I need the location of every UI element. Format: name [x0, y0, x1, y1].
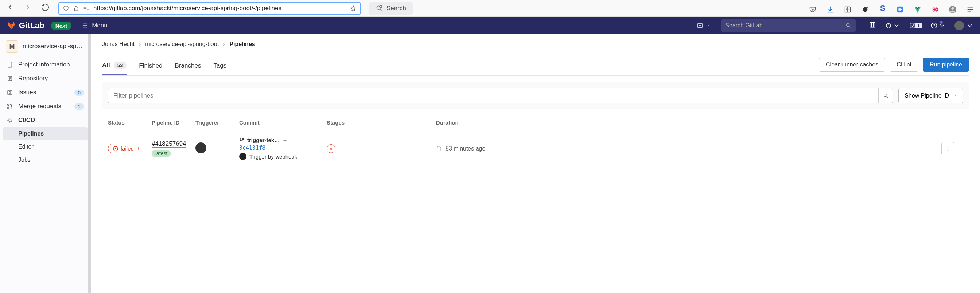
sidebar-sub-jobs[interactable]: Jobs	[3, 154, 88, 167]
filter-pipelines-input[interactable]	[108, 88, 878, 103]
sidebar: M microservice-api-spri… Project informa…	[0, 34, 91, 293]
svg-point-27	[8, 107, 9, 109]
breadcrumb-owner[interactable]: Jonas Hecht	[102, 41, 135, 48]
tab-branches[interactable]: Branches	[175, 58, 201, 75]
forward-icon[interactable]	[23, 3, 32, 14]
search-icon	[845, 22, 851, 29]
x-circle-icon	[113, 146, 118, 152]
chevron-right-icon: ›	[223, 41, 225, 48]
tab-all[interactable]: All 53	[102, 58, 127, 75]
issues-nav-icon[interactable]	[869, 21, 876, 30]
hamburger-icon[interactable]	[966, 5, 974, 13]
pocket-icon[interactable]	[809, 5, 817, 13]
th-commit: Commit	[239, 120, 327, 126]
pipeline-id-link[interactable]: #418257694	[152, 140, 186, 147]
project-name: microservice-api-spri…	[22, 43, 84, 50]
show-pipeline-id-dropdown[interactable]: Show Pipeline ID	[898, 88, 963, 103]
profile-avatar-icon[interactable]	[949, 5, 957, 13]
triggerer-avatar[interactable]	[196, 142, 206, 154]
menu-label: Menu	[92, 22, 108, 29]
reload-icon[interactable]	[41, 3, 49, 14]
tab-finished[interactable]: Finished	[139, 58, 162, 75]
new-dropdown[interactable]	[697, 22, 710, 29]
ci-lint-button[interactable]: CI lint	[889, 58, 918, 72]
ext-zoom-icon[interactable]	[896, 5, 904, 13]
commit-branch-name[interactable]: trigger-tek…	[247, 137, 280, 143]
ext-vue-icon[interactable]	[914, 5, 922, 13]
run-pipeline-button[interactable]: Run pipeline	[923, 58, 969, 72]
sidebar-item-repository[interactable]: Repository	[3, 72, 88, 85]
main-content: Jonas Hecht › microservice-api-spring-bo…	[91, 34, 980, 293]
th-status: Status	[108, 120, 152, 126]
svg-point-39	[948, 150, 948, 151]
todos-count: 1	[915, 22, 922, 29]
clear-caches-button[interactable]: Clear runner caches	[819, 58, 885, 72]
project-header[interactable]: M microservice-api-spri…	[3, 38, 88, 58]
chevron-down-icon	[953, 93, 957, 98]
status-failed-pill[interactable]: failed	[108, 144, 138, 154]
user-menu[interactable]	[955, 21, 974, 30]
sidebar-item-merge-requests[interactable]: Merge requests 1	[3, 99, 88, 113]
gitlab-logo[interactable]: GitLab	[6, 21, 45, 30]
sidebar-item-project-information[interactable]: Project information	[3, 58, 88, 72]
todos-nav-icon[interactable]: 1	[909, 22, 922, 29]
table-header: Status Pipeline ID Triggerer Commit Stag…	[102, 115, 969, 130]
sidebar-sub-editor[interactable]: Editor	[3, 140, 88, 154]
url-text[interactable]: https://gitlab.com/jonashackt/microservi…	[93, 5, 346, 12]
svg-point-18	[886, 27, 888, 28]
browser-search-label: Search	[387, 5, 406, 12]
stage-failed-icon[interactable]	[327, 144, 336, 153]
next-badge[interactable]: Next	[51, 22, 72, 30]
svg-point-38	[948, 148, 948, 149]
breadcrumbs: Jonas Hecht › microservice-api-spring-bo…	[102, 41, 969, 48]
help-nav-icon[interactable]	[931, 22, 946, 29]
sidebar-sub-pipelines[interactable]: Pipelines	[3, 127, 88, 140]
status-text: failed	[121, 146, 134, 152]
svg-point-37	[948, 146, 948, 147]
ext-dot-icon[interactable]	[861, 5, 869, 13]
kebab-icon	[945, 146, 951, 152]
ext-redux-icon[interactable]	[931, 5, 939, 13]
svg-point-33	[240, 141, 241, 142]
svg-point-17	[886, 23, 888, 24]
svg-rect-20	[910, 23, 915, 28]
breadcrumb-repo[interactable]: microservice-api-spring-boot	[145, 41, 219, 48]
merge-requests-nav-icon[interactable]	[885, 22, 900, 29]
mr-count-badge: 1	[75, 103, 84, 110]
url-bar[interactable]: https://gitlab.com/jonashackt/microservi…	[58, 2, 361, 15]
svg-point-28	[11, 107, 13, 109]
search-icon	[883, 93, 889, 99]
svg-point-32	[240, 138, 241, 139]
th-triggerer: Triggerer	[196, 120, 239, 126]
commit-message: Trigger by webhook	[250, 154, 297, 160]
commit-link-icon	[283, 138, 288, 143]
tab-tags[interactable]: Tags	[213, 58, 226, 75]
lock-icon	[73, 3, 80, 14]
sidebar-item-label: Merge requests	[18, 102, 69, 110]
browser-search[interactable]: Search	[369, 2, 413, 15]
commit-sha-link[interactable]: 3c4131f8	[239, 145, 266, 151]
user-avatar-icon	[955, 21, 964, 30]
row-actions-button[interactable]	[941, 142, 955, 155]
breadcrumb-current: Pipelines	[229, 41, 255, 48]
svg-point-29	[9, 119, 11, 121]
sidebar-item-cicd[interactable]: CI/CD	[3, 113, 88, 127]
ext-s-icon[interactable]: S	[879, 5, 887, 13]
svg-rect-36	[437, 147, 441, 151]
svg-point-13	[951, 7, 954, 10]
back-icon[interactable]	[6, 3, 14, 14]
bookmark-icon[interactable]	[350, 3, 356, 14]
filter-search-button[interactable]	[878, 88, 893, 103]
search-engine-icon	[375, 5, 383, 12]
svg-rect-1	[84, 7, 86, 9]
calendar-icon	[436, 146, 442, 152]
sidebar-item-issues[interactable]: Issues 0	[3, 85, 88, 99]
tab-all-count: 53	[114, 62, 127, 69]
th-pipeline-id: Pipeline ID	[152, 120, 196, 126]
download-icon[interactable]	[826, 5, 834, 13]
menu-button[interactable]: Menu	[82, 22, 108, 29]
gitlab-search[interactable]: Search GitLab	[721, 19, 856, 32]
tab-all-label: All	[102, 62, 110, 69]
branch-icon	[239, 138, 244, 143]
reader-icon[interactable]	[844, 5, 852, 13]
